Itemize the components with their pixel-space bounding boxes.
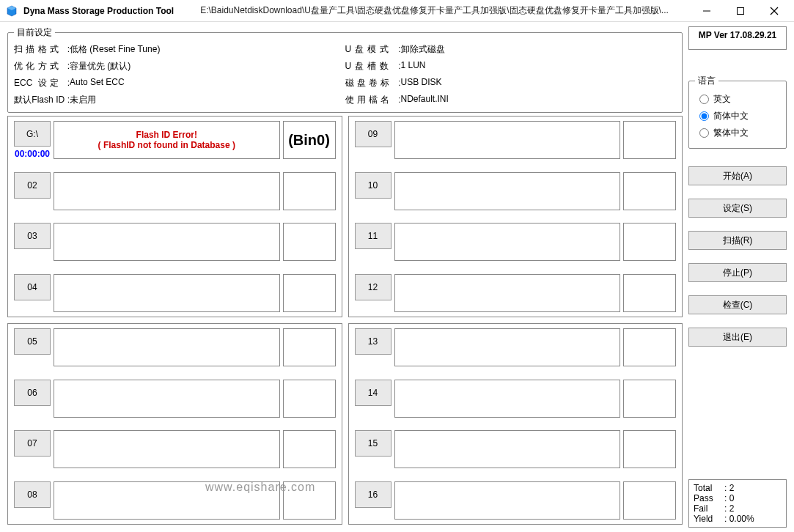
settings-row: 使用檔名 NDefault.INI <box>345 94 677 106</box>
slot-button[interactable]: 05 <box>14 328 51 355</box>
slot-row: 12 <box>355 274 677 312</box>
settings-value: 低格 (Reset Fine Tune) <box>70 43 160 56</box>
close-button[interactable] <box>757 0 791 22</box>
slot-row: 13 <box>355 328 677 366</box>
slot-button[interactable]: 03 <box>14 223 51 249</box>
maximize-button[interactable] <box>724 0 757 22</box>
stats-box: Total: 2Pass: 0Fail: 2Yield: 0.00% <box>688 479 787 528</box>
slot-panel: 13141516 <box>348 323 683 525</box>
slot-row: 10 <box>355 172 677 210</box>
slot-status <box>394 274 621 312</box>
stats-value: : 0.00% <box>724 514 754 524</box>
slot-status <box>394 223 621 261</box>
slot-bin <box>283 481 336 520</box>
version-box: MP Ver 17.08.29.21 <box>688 26 787 50</box>
slot-bin <box>283 328 336 366</box>
settings-value: 卸除式磁盘 <box>401 43 445 56</box>
action-buttons: 开始(A)设定(S)扫描(R)停止(P)检查(C)退出(E) <box>688 166 787 347</box>
slot-bin <box>623 121 676 159</box>
settings-row: 默认Flash ID 未启用 <box>14 94 345 106</box>
slot-status <box>54 481 280 520</box>
slot-button[interactable]: 11 <box>355 223 392 249</box>
slots-grid: G:\00:00:00Flash ID Error!( FlashID not … <box>7 116 683 525</box>
settings-label: ECC 设定 <box>14 77 70 89</box>
settings-legend: 目前设定 <box>14 26 55 39</box>
slot-button[interactable]: 09 <box>355 121 392 147</box>
slot-button[interactable]: 07 <box>14 430 51 457</box>
svg-rect-3 <box>738 7 744 14</box>
slot-timer: 00:00:00 <box>15 149 50 159</box>
settings-value: 未启用 <box>70 94 96 106</box>
settings-value: Auto Set ECC <box>70 77 125 89</box>
language-option[interactable]: 繁体中文 <box>699 127 776 139</box>
settings-value: 容量优先 (默认) <box>70 60 131 73</box>
settings-row: 扫描格式 低格 (Reset Fine Tune) <box>14 43 345 56</box>
slot-row: 06 <box>14 380 336 418</box>
slot-bin <box>623 223 676 261</box>
slot-button[interactable]: 04 <box>14 274 51 300</box>
slot-status <box>394 172 621 210</box>
language-option[interactable]: 简体中文 <box>699 110 776 122</box>
minimize-button[interactable] <box>690 0 724 22</box>
settings-label: U盘槽数 <box>345 60 401 73</box>
language-radio[interactable] <box>699 111 709 121</box>
stats-label: Fail <box>694 503 724 514</box>
language-group: 语言 英文简体中文繁体中文 <box>688 75 787 149</box>
action-button[interactable]: 开始(A) <box>688 166 787 185</box>
language-radio[interactable] <box>699 95 709 104</box>
slot-button[interactable]: 10 <box>355 172 392 199</box>
stats-label: Yield <box>694 514 724 524</box>
slot-status <box>54 328 280 366</box>
action-button[interactable]: 扫描(R) <box>688 231 787 250</box>
stats-value: : 2 <box>724 483 734 493</box>
settings-value: NDefault.INI <box>401 94 449 106</box>
slot-bin <box>623 430 676 468</box>
slot-bin <box>283 430 336 468</box>
slot-status <box>394 481 621 520</box>
stats-row: Yield: 0.00% <box>694 514 782 524</box>
language-radio[interactable] <box>699 128 709 138</box>
slot-button[interactable]: 16 <box>355 481 392 508</box>
settings-label: U盘模式 <box>345 43 401 56</box>
slot-button[interactable]: 08 <box>14 481 51 508</box>
slot-row: G:\00:00:00Flash ID Error!( FlashID not … <box>14 121 336 159</box>
slot-row: 16 <box>355 481 677 520</box>
titlebar-path: E:\BaiduNetdiskDownload\U盘量产工具\固态硬盘优盘修复开… <box>200 4 681 17</box>
language-label: 繁体中文 <box>713 127 749 139</box>
slot-bin: (Bin0) <box>283 121 336 159</box>
stats-row: Pass: 0 <box>694 493 782 503</box>
settings-value: 1 LUN <box>401 60 426 73</box>
slot-panel: 09101112 <box>348 116 683 317</box>
slot-button[interactable]: 14 <box>355 380 392 406</box>
slot-panel: 05060708 <box>7 323 342 525</box>
slot-bin <box>623 172 676 210</box>
slot-status <box>54 380 280 418</box>
slot-button[interactable]: G:\ <box>14 121 51 147</box>
slot-status <box>394 121 621 159</box>
slot-bin <box>623 481 676 520</box>
slot-button[interactable]: 15 <box>355 430 392 457</box>
slot-row: 02 <box>14 172 336 210</box>
stats-row: Total: 2 <box>694 483 782 493</box>
slot-bin <box>283 172 336 210</box>
current-settings: 目前设定 扫描格式 低格 (Reset Fine Tune)优化方式 容量优先 … <box>7 26 683 113</box>
slot-row: 05 <box>14 328 336 366</box>
slot-panel: G:\00:00:00Flash ID Error!( FlashID not … <box>7 116 342 317</box>
action-button[interactable]: 停止(P) <box>688 263 787 282</box>
slot-button[interactable]: 13 <box>355 328 392 355</box>
slot-button[interactable]: 12 <box>355 274 392 300</box>
action-button[interactable]: 退出(E) <box>688 328 787 347</box>
action-button[interactable]: 检查(C) <box>688 295 787 314</box>
slot-button[interactable]: 06 <box>14 380 51 406</box>
stats-row: Fail: 2 <box>694 503 782 514</box>
settings-label: 磁盘卷标 <box>345 77 401 89</box>
slot-button[interactable]: 02 <box>14 172 51 199</box>
action-button[interactable]: 设定(S) <box>688 199 787 218</box>
app-icon <box>6 5 18 17</box>
slot-bin <box>623 274 676 312</box>
language-label: 简体中文 <box>713 110 749 122</box>
settings-label: 优化方式 <box>14 60 70 73</box>
stats-label: Total <box>694 483 724 493</box>
settings-row: U盘槽数 1 LUN <box>345 60 677 73</box>
language-option[interactable]: 英文 <box>699 93 776 106</box>
